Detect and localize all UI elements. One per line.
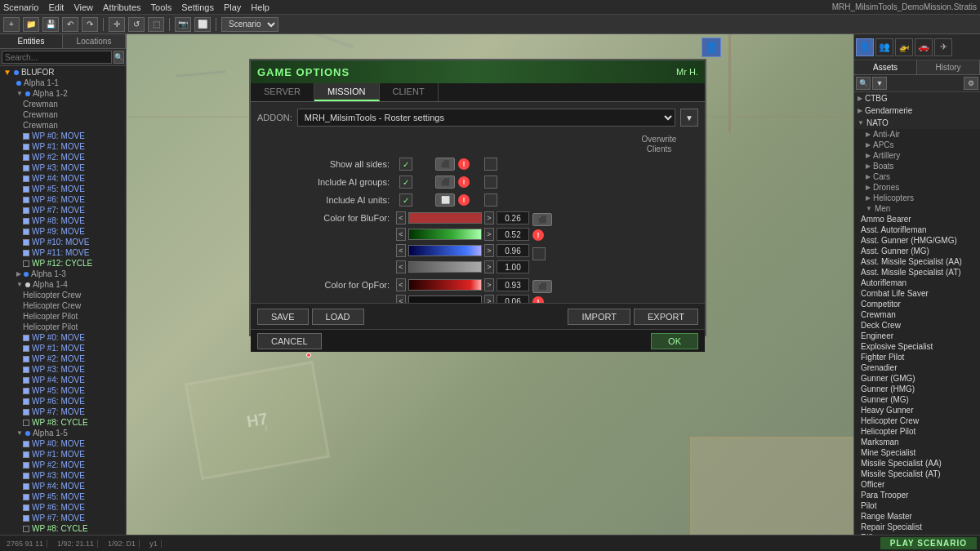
entity-search-input[interactable] (2, 51, 112, 64)
menu-help[interactable]: Help (251, 2, 270, 12)
wp8-a12[interactable]: WP #8: MOVE (0, 216, 126, 226)
asset-man-engineer[interactable]: Engineer (854, 331, 980, 341)
include-ai-groups-toggle[interactable]: ⬛ (435, 176, 455, 189)
export-button[interactable]: EXPORT (634, 309, 698, 325)
blufor-b-right[interactable]: > (484, 244, 494, 257)
addon-select[interactable]: MRH_MilsimTools - Roster settings (297, 109, 675, 127)
asset-man-grenadier[interactable]: Grenadier (854, 362, 980, 373)
wp1-a14[interactable]: WP #1: MOVE (0, 343, 126, 353)
wp4-a15[interactable]: WP #4: MOVE (0, 481, 126, 491)
opfor-r-right[interactable]: > (484, 278, 494, 291)
asset-group-gendarmerie[interactable]: ▶ Gendarmerie (854, 104, 980, 117)
toolbar-move[interactable]: ✛ (109, 17, 125, 32)
opfor-r-left[interactable]: < (396, 278, 406, 291)
crewman1[interactable]: Crewman (0, 99, 126, 109)
cancel-button[interactable]: CANCEL (257, 333, 322, 349)
asset-drones[interactable]: ▶Drones (854, 182, 980, 193)
blufor-r-value[interactable]: 0.26 (497, 211, 529, 224)
asset-man-heavy-gunner[interactable]: Heavy Gunner (854, 405, 980, 415)
unit-icon-1[interactable]: 👤 (856, 38, 874, 56)
wp0-a15[interactable]: WP #0: MOVE (0, 438, 126, 449)
tab-assets[interactable]: Assets (854, 60, 917, 74)
addon-expand-btn[interactable]: ▼ (680, 109, 698, 127)
tab-client[interactable]: CLIENT (380, 83, 439, 101)
asset-artillery[interactable]: ▶Artillery (854, 150, 980, 161)
blufor-color-warning[interactable]: ! (532, 229, 544, 241)
assets-filter-btn[interactable]: ▼ (872, 77, 887, 90)
asset-man-deck-crew[interactable]: Deck Crew (854, 320, 980, 331)
crewman3[interactable]: Crewman (0, 120, 126, 131)
asset-man-explosive-specialist[interactable]: Explosive Specialist (854, 341, 980, 352)
asset-cars[interactable]: ▶Cars (854, 171, 980, 182)
blufor-b-left[interactable]: < (396, 244, 406, 257)
asset-man-gunner-gmg[interactable]: Gunner (GMG) (854, 373, 980, 384)
blufor-r-right[interactable]: > (484, 211, 494, 224)
load-button[interactable]: LOAD (312, 309, 364, 325)
unit-icon-3[interactable]: 🚁 (895, 38, 913, 56)
alpha1-4[interactable]: ▼ Alpha 1-4 (0, 279, 126, 290)
wp8-a14[interactable]: WP #8: CYCLE (0, 417, 126, 428)
assets-search-btn[interactable]: 🔍 (856, 77, 871, 90)
toolbar-camera[interactable]: 📷 (175, 17, 191, 32)
wp5-a14[interactable]: WP #5: MOVE (0, 385, 126, 396)
menu-scenario[interactable]: Scenario (3, 2, 38, 12)
include-ai-units-overwrite[interactable] (484, 193, 497, 207)
blufor-header[interactable]: ▼ BLUFOR (0, 67, 126, 78)
save-button[interactable]: SAVE (257, 309, 309, 325)
opfor-r-value[interactable]: 0.93 (497, 278, 529, 291)
asset-anti-air[interactable]: ▶Anti-Air (854, 129, 980, 140)
wp3-a15[interactable]: WP #3: MOVE (0, 470, 126, 481)
include-ai-units-toggle[interactable]: ⬜ (435, 193, 455, 207)
asset-man-combat-life-saver[interactable]: Combat Life Saver (854, 288, 980, 299)
tab-entities[interactable]: Entities (0, 34, 63, 48)
asset-man-range-master[interactable]: Range Master (854, 511, 980, 522)
alpha1-5[interactable]: ▼ Alpha 1-5 (0, 428, 126, 438)
asset-man-asst.-gunner-hmggmg[interactable]: Asst. Gunner (HMG/GMG) (854, 235, 980, 246)
asset-man-crewman[interactable]: Crewman (854, 309, 980, 320)
alpha1-1[interactable]: Alpha 1-1 (0, 78, 126, 88)
include-ai-groups-warning[interactable]: ! (458, 176, 470, 188)
map-area[interactable]: H7 / ⊕ GAME OPTIONS Mr H. SERVER (127, 34, 853, 535)
wp7-a14[interactable]: WP #7: MOVE (0, 407, 126, 417)
wp2-a15[interactable]: WP #2: MOVE (0, 460, 126, 470)
alpha1-6[interactable]: ▶ Alpha 1-6 (0, 534, 126, 535)
unit-icon-5[interactable]: ✈ (934, 38, 952, 56)
asset-man-ammo-bearer[interactable]: Ammo Bearer (854, 214, 980, 224)
wp2-a14[interactable]: WP #2: MOVE (0, 353, 126, 364)
blufor-a-left[interactable]: < (396, 260, 406, 273)
wp7-a15[interactable]: WP #7: MOVE (0, 513, 126, 523)
asset-man-autorifleman[interactable]: Autorifleman (854, 278, 980, 288)
blufor-g-right[interactable]: > (484, 228, 494, 241)
toolbar-undo[interactable]: ↶ (62, 17, 78, 32)
include-ai-units-check[interactable] (399, 193, 412, 207)
assets-settings-btn[interactable]: ⚙ (964, 77, 978, 90)
opfor-g-left[interactable]: < (396, 295, 406, 303)
asset-man-asst.-gunner-mg[interactable]: Asst. Gunner (MG) (854, 246, 980, 256)
wp5-a15[interactable]: WP #5: MOVE (0, 491, 126, 502)
blufor-a-right[interactable]: > (484, 260, 494, 273)
wp6-a14[interactable]: WP #6: MOVE (0, 396, 126, 407)
wp9-a12[interactable]: WP #9: MOVE (0, 226, 126, 237)
tab-mission[interactable]: MISSION (314, 83, 379, 101)
wp11-a12[interactable]: WP #11: MOVE (0, 247, 126, 258)
show-all-sides-overwrite[interactable] (484, 158, 497, 171)
wp6-a12[interactable]: WP #6: MOVE (0, 194, 126, 205)
menu-settings[interactable]: Settings (181, 2, 214, 12)
show-all-sides-warning[interactable]: ! (458, 158, 470, 170)
wp4-a14[interactable]: WP #4: MOVE (0, 375, 126, 385)
blufor-g-left[interactable]: < (396, 228, 406, 241)
wp6-a15[interactable]: WP #6: MOVE (0, 502, 126, 513)
tab-history[interactable]: History (917, 60, 980, 74)
scenario-selector[interactable]: Scenario (221, 17, 278, 32)
asset-man-asst.-autorifleman[interactable]: Asst. Autorifleman (854, 224, 980, 235)
search-button[interactable]: 🔍 (114, 51, 124, 64)
asset-helicopters[interactable]: ▶Helicopters (854, 193, 980, 203)
asset-man-mine-specialist[interactable]: Mine Specialist (854, 447, 980, 458)
asset-man-asst.-missile-specialist-aa[interactable]: Asst. Missile Specialist (AA) (854, 256, 980, 267)
asset-apcs[interactable]: ▶APCs (854, 140, 980, 150)
asset-men[interactable]: ▼Men (854, 203, 980, 214)
wp0-a14[interactable]: WP #0: MOVE (0, 332, 126, 343)
asset-man-missile-specialist-at[interactable]: Missile Specialist (AT) (854, 469, 980, 479)
alpha1-3[interactable]: ▶ Alpha 1-3 (0, 269, 126, 279)
asset-man-helicopter-crew[interactable]: Helicopter Crew (854, 415, 980, 426)
